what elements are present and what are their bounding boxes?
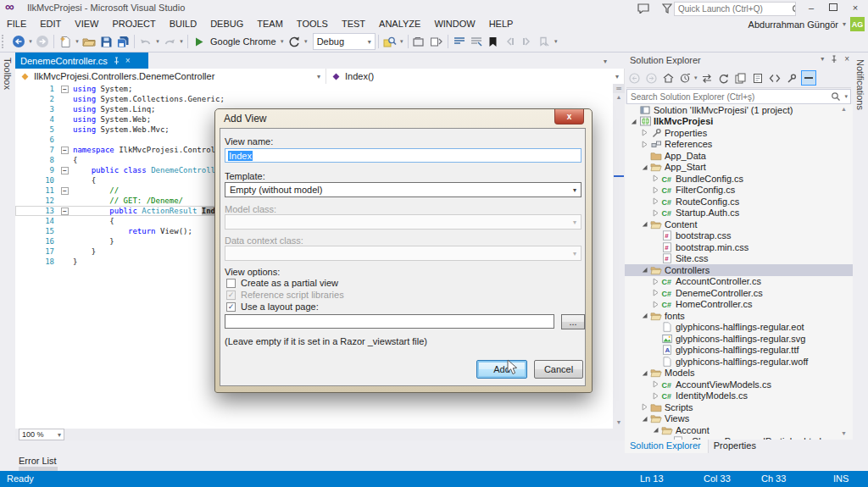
expand-icon[interactable] (651, 174, 660, 182)
tree-item-scripts[interactable]: Scripts (625, 401, 853, 413)
fold-toggle-icon[interactable]: − (61, 187, 69, 195)
close-tab-icon[interactable]: × (125, 56, 131, 65)
notifications-tab[interactable]: Notifications (855, 59, 865, 110)
tree-item-app-data[interactable]: App_Data (625, 150, 853, 162)
member-dropdown[interactable]: Index() ▾ (326, 69, 625, 84)
tree-item-identitymodels-cs[interactable]: C#IdentityModels.cs (625, 390, 853, 402)
menu-debug[interactable]: DEBUG (203, 17, 250, 30)
expand-icon[interactable] (640, 403, 649, 411)
collapse-icon[interactable] (640, 312, 649, 319)
filter-dropdown[interactable]: ▾ (694, 75, 698, 81)
collapse-icon[interactable] (640, 163, 649, 171)
fold-toggle-icon[interactable]: − (61, 147, 69, 154)
redo-icon[interactable] (161, 33, 178, 50)
expand-icon[interactable] (651, 289, 660, 296)
tree-item-models[interactable]: Models (625, 368, 853, 379)
run-target-dropdown[interactable]: ▾ (279, 38, 286, 45)
solution-search-input[interactable] (627, 91, 831, 102)
scroll-down-icon[interactable]: ▼ (613, 419, 625, 425)
menu-project[interactable]: PROJECT (105, 17, 162, 30)
menu-edit[interactable]: EDIT (33, 17, 68, 30)
switch-views-icon[interactable] (699, 70, 715, 86)
collapse-icon[interactable] (640, 220, 649, 228)
redo-dropdown[interactable]: ▾ (178, 38, 185, 45)
tree-scroll-down-icon[interactable]: ▼ (841, 430, 847, 436)
close-button[interactable]: × (844, 0, 866, 14)
tree-item-site-css[interactable]: #Site.css (625, 253, 853, 265)
find-in-files-icon[interactable] (381, 33, 398, 50)
menu-view[interactable]: VIEW (68, 17, 105, 30)
collapse-icon[interactable] (640, 369, 649, 377)
home-icon[interactable] (660, 70, 676, 86)
menu-tools[interactable]: TOOLS (290, 17, 335, 30)
feedback-icon[interactable] (634, 2, 653, 14)
toolbox-tab[interactable]: Toolbox (3, 58, 13, 90)
pin-icon[interactable] (113, 57, 120, 65)
layout-page-input[interactable] (225, 314, 554, 329)
properties-page-icon[interactable] (750, 70, 765, 86)
view-code-icon[interactable] (767, 70, 782, 86)
browse-button[interactable]: ... (561, 314, 585, 329)
cancel-button[interactable]: Cancel (534, 360, 583, 379)
start-debug-icon[interactable] (191, 33, 208, 50)
search-options-dropdown[interactable]: ▾ (842, 93, 850, 100)
process-steps-icon[interactable] (428, 33, 445, 50)
tree-item-glyphicons-halflings-regular-eot[interactable]: glyphicons-halflings-regular.eot (625, 322, 853, 334)
fold-toggle-icon[interactable]: − (61, 167, 69, 174)
dialog-close-button[interactable]: x (554, 109, 584, 125)
navigate-back-icon[interactable] (10, 33, 27, 50)
error-list-panel-tab[interactable]: Error List (19, 456, 57, 466)
open-file-icon[interactable] (81, 33, 97, 50)
view-name-input[interactable]: Index (225, 148, 581, 163)
collapse-icon[interactable] (640, 415, 649, 423)
refresh-icon[interactable] (716, 70, 732, 86)
new-file-icon[interactable] (57, 33, 74, 50)
checkbox-checked-icon[interactable] (226, 302, 236, 312)
restore-button[interactable] (822, 0, 844, 14)
tree-item-glyphicons-halflings-regular-svg[interactable]: glyphicons-halflings-regular.svg (625, 333, 853, 345)
scroll-up-icon[interactable]: ▲ (613, 94, 625, 100)
user-account[interactable]: Abdurrahman Güngör ▾ AG (748, 17, 865, 31)
undo-icon[interactable] (137, 33, 154, 50)
fold-toggle-icon[interactable]: − (61, 86, 69, 93)
show-all-files-icon[interactable] (733, 70, 748, 86)
template-dropdown[interactable]: Empty (without model) ▾ (225, 182, 581, 197)
window-position-dropdown[interactable]: ▾ (821, 55, 824, 63)
add-button[interactable]: Add (476, 360, 527, 379)
tree-item-ilkmvcprojesi[interactable]: IlkMvcProjesi (625, 116, 853, 128)
next-bookmark-icon[interactable] (519, 33, 536, 50)
menu-help[interactable]: HELP (482, 17, 520, 30)
fold-toggle-icon[interactable]: − (61, 208, 69, 215)
tree-item-properties[interactable]: Properties (625, 127, 853, 139)
expand-icon[interactable] (651, 301, 660, 308)
tree-item-bootstrap-min-css[interactable]: #bootstrap.min.css (625, 241, 853, 253)
tree-item-content[interactable]: Content (625, 219, 853, 230)
close-panel-icon[interactable]: × (844, 54, 849, 64)
splitter-handle[interactable]: ═ (613, 84, 625, 93)
refresh-icon[interactable] (286, 33, 303, 50)
solution-search-box[interactable]: ▾ (626, 89, 851, 104)
pin-icon[interactable] (831, 55, 837, 64)
collapse-icon[interactable] (651, 426, 660, 434)
menu-build[interactable]: BUILD (163, 17, 203, 30)
quick-launch-box[interactable] (674, 2, 796, 16)
tree-scroll-up-icon[interactable]: ▲ (841, 106, 847, 112)
tree-item-homecontroller-cs[interactable]: C#HomeController.cs (625, 299, 853, 311)
panel-tab-properties[interactable]: Properties (709, 440, 763, 453)
navigate-back-dropdown[interactable]: ▾ (27, 38, 34, 45)
expand-icon[interactable] (651, 197, 660, 205)
panel-tab-solution-explorer[interactable]: Solution Explorer (625, 440, 709, 453)
tree-item-views[interactable]: Views (625, 413, 853, 425)
expand-icon[interactable] (651, 392, 660, 400)
tree-item-routeconfig-cs[interactable]: C#RouteConfig.cs (625, 196, 853, 208)
tree-item-app-start[interactable]: App_Start (625, 162, 853, 174)
quick-launch-input[interactable] (675, 3, 792, 14)
type-dropdown[interactable]: IlkMvcProjesi.Controllers.DenemeControll… (15, 69, 326, 84)
zoom-combo[interactable]: 100 % ▾ (19, 429, 64, 440)
clear-bookmarks-icon[interactable] (536, 33, 553, 50)
previous-bookmark-icon[interactable] (502, 33, 519, 50)
tree-item-glyphicons-halflings-regular-woff[interactable]: glyphicons-halflings-regular.woff (625, 356, 853, 368)
new-file-dropdown[interactable]: ▾ (74, 38, 81, 45)
vertical-scrollbar[interactable]: ═ ▲ ▼ (613, 84, 625, 429)
tree-item-account[interactable]: Account (625, 424, 853, 436)
